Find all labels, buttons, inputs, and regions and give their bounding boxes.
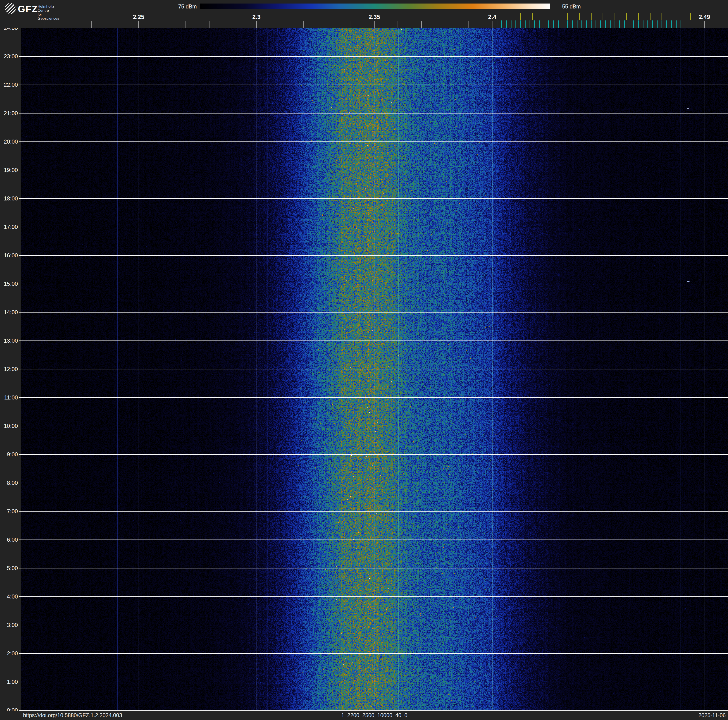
frequency-tick-minor <box>44 21 44 28</box>
frequency-tick-ble-channel <box>666 20 667 28</box>
frequency-tick-ble-channel <box>511 20 511 28</box>
hour-gridline <box>19 426 728 426</box>
hour-gridline <box>19 312 728 313</box>
frequency-tick-wifi-channel <box>638 13 639 20</box>
frequency-tick-minor <box>327 21 327 28</box>
frequency-tick-minor <box>303 21 304 28</box>
hour-gridline <box>19 653 728 654</box>
frequency-tick-minor <box>162 21 162 28</box>
time-axis-label: 11:00 <box>0 395 18 401</box>
time-axis-label: 15:00 <box>0 281 18 287</box>
gfz-globe-icon <box>5 3 16 14</box>
time-axis-label: 1:00 <box>0 679 18 685</box>
time-axis-label: 10:00 <box>0 423 18 429</box>
frequency-tick-ble-channel <box>534 20 535 28</box>
header: GFZ Helmholtz Centre for Geosciences -75… <box>0 0 728 28</box>
frequency-tick-minor <box>468 21 469 28</box>
frequency-tick-wifi-channel <box>544 13 544 20</box>
frequency-tick-label: 2.25 <box>128 14 149 20</box>
gfz-acronym: GFZ <box>18 4 38 14</box>
hour-gridline <box>19 397 728 398</box>
hour-gridline <box>19 682 728 682</box>
frequency-tick-ble-channel <box>638 20 639 28</box>
frequency-tick-ble-channel <box>544 20 544 28</box>
frequency-tick-label: 2.3 <box>246 14 267 20</box>
frequency-tick-wifi-channel <box>662 13 662 20</box>
time-axis-label: 22:00 <box>0 82 18 88</box>
frequency-tick-ble-channel <box>657 20 658 28</box>
frequency-tick-ble-channel <box>553 20 554 28</box>
frequency-tick-minor <box>138 21 139 28</box>
frequency-tick-ble-channel <box>629 20 629 28</box>
time-axis-label: 23:00 <box>0 54 18 60</box>
frequency-tick-minor <box>374 21 375 28</box>
frequency-tick-minor <box>280 21 280 28</box>
colorbar-max-label: -55 dBm <box>560 4 598 9</box>
hour-gridline <box>19 84 728 85</box>
frequency-tick-ble-channel <box>652 20 653 28</box>
frequency-tick-ble-channel <box>681 20 681 28</box>
frequency-tick-ble-channel <box>529 20 530 28</box>
frequency-tick-ble-channel <box>676 20 677 28</box>
frequency-tick-wifi-channel <box>520 13 521 20</box>
time-axis-label: 6:00 <box>0 537 18 543</box>
frequency-tick-wifi-channel <box>603 13 603 20</box>
frequency-tick-ble-channel <box>558 20 559 28</box>
frequency-tick-ble-channel <box>596 20 596 28</box>
time-axis-label: 17:00 <box>0 224 18 230</box>
frequency-tick-ble-channel <box>572 20 573 28</box>
frequency-tick-minor <box>256 21 257 28</box>
frequency-tick-wifi-channel <box>591 13 592 20</box>
hour-gridline <box>19 170 728 170</box>
frequency-tick-ble-channel <box>633 20 634 28</box>
frequency-tick-minor <box>492 21 492 28</box>
frequency-tick-ble-channel <box>647 20 648 28</box>
time-axis-label: 7:00 <box>0 508 18 515</box>
frequency-tick-ble-channel <box>563 20 563 28</box>
time-axis-label: 19:00 <box>0 167 18 173</box>
frequency-tick-ble-channel <box>600 20 601 28</box>
frequency-tick-ble-channel <box>615 20 615 28</box>
frequency-tick-wifi-channel <box>556 13 556 20</box>
dataset-id-text: 1_2200_2500_10000_40_0 <box>21 712 728 718</box>
hour-gridline <box>19 141 728 142</box>
frequency-tick-wifi-channel <box>650 13 650 20</box>
time-axis-label: 13:00 <box>0 338 18 344</box>
frequency-tick-ble-channel <box>619 20 620 28</box>
frequency-tick-ble-channel <box>525 20 526 28</box>
footer: https://doi.org/10.5880/GFZ.1.2.2024.003… <box>0 711 728 720</box>
colorbar <box>200 3 550 9</box>
gfz-org-line2: for Geosciences <box>38 12 59 20</box>
frequency-tick-ble-channel <box>671 20 672 28</box>
frequency-tick-minor <box>350 21 351 28</box>
frequency-tick-ble-channel <box>605 20 606 28</box>
frequency-tick-minor <box>91 21 92 28</box>
hour-gridline <box>19 568 728 568</box>
frequency-tick-ble-channel <box>520 20 521 28</box>
time-axis-label: 4:00 <box>0 594 18 600</box>
hour-gridline <box>19 56 728 57</box>
frequency-tick-ble-channel <box>662 20 662 28</box>
frequency-tick-minor <box>209 21 210 28</box>
frequency-tick-ble-channel <box>643 20 644 28</box>
frequency-tick-ble-channel <box>581 20 582 28</box>
frequency-tick-ble-channel <box>502 20 502 28</box>
frequency-tick-ble-channel <box>624 20 625 28</box>
hour-gridline <box>19 625 728 625</box>
frequency-tick-label: 2.49 <box>694 14 715 20</box>
frequency-tick-wifi-channel <box>579 13 580 20</box>
hour-gridline <box>19 483 728 483</box>
frequency-tick-ble-channel <box>577 20 578 28</box>
frequency-tick-wifi-channel <box>626 13 627 20</box>
time-axis-label: 12:00 <box>0 366 18 372</box>
frequency-tick-ble-channel <box>497 20 497 28</box>
frequency-tick-ble-channel <box>610 20 610 28</box>
frequency-tick-minor <box>115 21 115 28</box>
frequency-tick-ble-channel <box>586 20 587 28</box>
frequency-tick-minor <box>233 21 233 28</box>
time-axis-label: 21:00 <box>0 110 18 116</box>
frequency-tick-label: 2.35 <box>364 14 385 20</box>
hour-gridline <box>19 340 728 341</box>
frequency-tick-ble-channel <box>515 20 516 28</box>
frequency-tick-ble-channel <box>591 20 592 28</box>
